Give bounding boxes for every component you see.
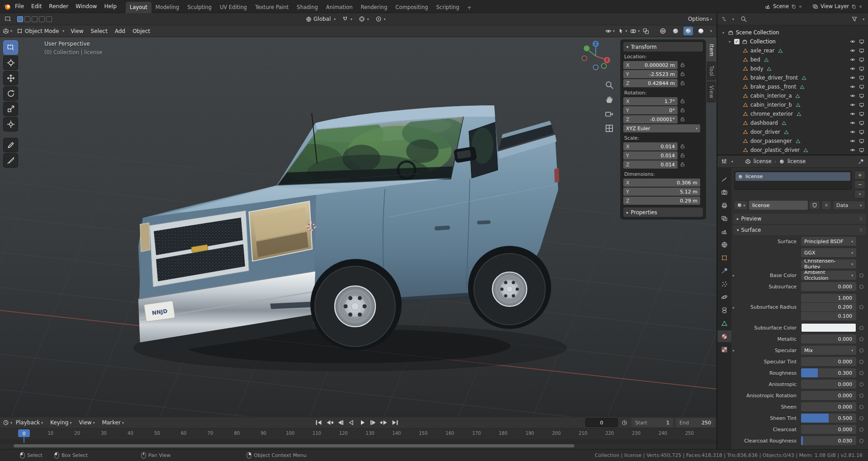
- select-mode-toggle-3[interactable]: [39, 16, 45, 22]
- outliner-filter-icon[interactable]: [851, 16, 858, 22]
- anisotropic-slider[interactable]: 0.000: [801, 380, 856, 389]
- transform-field-x[interactable]: X0.000002 m: [623, 61, 678, 69]
- viewport-menu-view[interactable]: View: [67, 25, 87, 37]
- subsurface-radius-field-1[interactable]: 0.200: [801, 303, 856, 311]
- shading-dropdown[interactable]: ▾: [710, 29, 712, 33]
- properties-tab-physics[interactable]: [717, 291, 731, 303]
- material-slot[interactable]: license: [735, 172, 850, 181]
- current-frame-field[interactable]: 0: [585, 418, 618, 427]
- animate-property-button[interactable]: [859, 326, 863, 330]
- outliner-object-door-plastic-driver[interactable]: door_plastic_driver: [717, 146, 868, 155]
- base-color-dropdown[interactable]: Ambient Occlusion▾: [801, 271, 856, 280]
- transform-field-x[interactable]: X1.7°: [623, 97, 678, 105]
- hide-eye-icon[interactable]: [850, 57, 855, 62]
- workspace-tab-animation[interactable]: Animation: [322, 2, 357, 13]
- remove-slot-button[interactable]: −: [854, 180, 865, 189]
- blender-logo-icon[interactable]: [3, 2, 11, 11]
- select-mode-toggle-2[interactable]: [32, 16, 38, 22]
- scale-tool[interactable]: [3, 102, 18, 116]
- hide-eye-icon[interactable]: [850, 111, 855, 117]
- shading-wireframe-button[interactable]: [659, 28, 666, 34]
- workspace-tab-texture-paint[interactable]: Texture Paint: [251, 2, 293, 13]
- animate-property-button[interactable]: [859, 394, 863, 398]
- christensen-burley-dropdown[interactable]: Christensen-Burley▾: [801, 259, 856, 268]
- zoom-button[interactable]: [605, 80, 614, 89]
- workspace-tab-layout[interactable]: Layout: [126, 2, 152, 13]
- hide-eye-icon[interactable]: [850, 120, 855, 126]
- add-slot-button[interactable]: +: [854, 171, 865, 179]
- new-scene-icon[interactable]: [791, 4, 796, 9]
- outliner-object-chrome-exterior[interactable]: chrome_exterior: [717, 109, 868, 118]
- timeline-body[interactable]: [0, 439, 716, 443]
- outliner-object-brake-pass-front[interactable]: brake_pass._front: [717, 82, 868, 91]
- sidebar-tab-item[interactable]: Item: [707, 40, 716, 61]
- outliner-object-brake-driver-front[interactable]: brake_driver_front: [717, 73, 868, 82]
- select-mode-toggle-4[interactable]: [46, 16, 52, 22]
- hide-eye-icon[interactable]: [850, 39, 855, 44]
- scrollbar-thumb[interactable]: [14, 444, 574, 447]
- snap-target-dropdown[interactable]: ▾: [359, 16, 369, 22]
- properties-tab-render[interactable]: [717, 186, 731, 198]
- outliner-editor-icon[interactable]: [721, 16, 727, 22]
- timeline-menu-keying[interactable]: Keying▾: [47, 417, 75, 428]
- animate-property-button[interactable]: [859, 405, 863, 409]
- properties-tab-constraints[interactable]: [717, 304, 731, 316]
- outliner-object-door-passenger[interactable]: door_passenger: [717, 136, 868, 146]
- workspace-tab-uv-editing[interactable]: UV Editing: [216, 2, 251, 13]
- menu-render[interactable]: Render: [45, 0, 72, 13]
- timeline-menu-marker[interactable]: Marker▾: [98, 417, 127, 428]
- subsurface-radius-field-0[interactable]: 1.000: [801, 294, 856, 302]
- collection-checkbox[interactable]: ✓: [734, 39, 740, 44]
- workspace-tab-shading[interactable]: Shading: [293, 2, 322, 13]
- selectability-dropdown[interactable]: ▾: [618, 28, 627, 34]
- disable-viewport-icon[interactable]: [859, 66, 864, 71]
- properties-tab-modifiers[interactable]: [717, 265, 731, 277]
- hide-eye-icon[interactable]: [850, 48, 855, 53]
- ortho-toggle-button[interactable]: [605, 124, 614, 133]
- properties-tab-scene[interactable]: [717, 226, 731, 237]
- disable-viewport-icon[interactable]: [859, 120, 864, 126]
- shading-rendered-button[interactable]: [697, 28, 704, 34]
- transform-field-z[interactable]: Z0.42844 m: [623, 79, 678, 87]
- timeline-ruler[interactable]: 0102030405060708090100110120130140150160…: [0, 428, 716, 439]
- fake-user-button[interactable]: [809, 201, 820, 210]
- add-workspace-button[interactable]: +: [463, 2, 475, 13]
- sheen-tint-slider[interactable]: 0.500: [801, 414, 856, 423]
- outliner-object-door-driver[interactable]: door_driver: [717, 127, 868, 136]
- gizmo-negative-y-axis[interactable]: [602, 64, 607, 69]
- outliner-object-cabin-interior-a[interactable]: cabin_interior_a: [717, 91, 868, 100]
- animate-property-button[interactable]: [859, 337, 863, 341]
- transform-field-y[interactable]: Y-2.5523 m: [623, 70, 678, 78]
- subsurface-radius-field-2[interactable]: 0.100: [801, 312, 856, 320]
- hide-eye-icon[interactable]: [850, 129, 855, 135]
- workspace-tab-rendering[interactable]: Rendering: [356, 2, 391, 13]
- workspace-tab-modeling[interactable]: Modeling: [152, 2, 183, 13]
- transform-tool[interactable]: [3, 117, 18, 132]
- shading-solid-button[interactable]: [672, 28, 679, 34]
- hide-eye-icon[interactable]: [850, 138, 855, 144]
- new-view-layer-icon[interactable]: [851, 4, 856, 9]
- disable-viewport-icon[interactable]: [859, 57, 864, 62]
- browse-material-button[interactable]: ▾: [734, 201, 748, 210]
- properties-editor-icon[interactable]: [721, 158, 727, 165]
- annotate-tool[interactable]: [3, 138, 18, 152]
- disable-viewport-icon[interactable]: [859, 111, 864, 117]
- properties-tab-object[interactable]: [717, 252, 731, 263]
- hide-eye-icon[interactable]: [850, 66, 855, 71]
- camera-view-button[interactable]: [605, 109, 614, 118]
- disable-viewport-icon[interactable]: [859, 129, 864, 135]
- box-select-tool[interactable]: [3, 40, 18, 55]
- outliner-collection[interactable]: ▾✓ Collection: [717, 37, 868, 46]
- clearcoat-slider[interactable]: 0.000: [801, 425, 856, 434]
- menu-edit[interactable]: Edit: [28, 0, 45, 13]
- breadcrumb-object-name[interactable]: license: [754, 158, 772, 165]
- xray-toggle[interactable]: [643, 28, 649, 34]
- editor-type-button[interactable]: [3, 28, 9, 34]
- lock-icon[interactable]: [680, 71, 685, 77]
- animate-property-button[interactable]: [859, 382, 863, 386]
- transform-field-y[interactable]: Y0.014: [623, 151, 678, 160]
- outliner-object-cabin-interior-b[interactable]: cabin_interior_b: [717, 100, 868, 109]
- animate-property-button[interactable]: [859, 360, 863, 364]
- menu-window[interactable]: Window: [72, 0, 100, 13]
- previous-keyframe-button[interactable]: [325, 418, 335, 427]
